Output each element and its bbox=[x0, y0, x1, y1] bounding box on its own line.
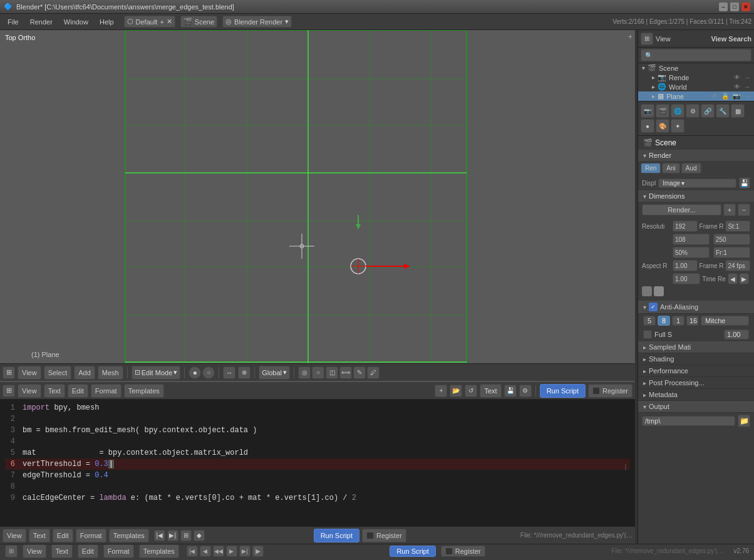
prop-scene-btn[interactable]: 🎬 bbox=[656, 104, 669, 118]
output-folder-btn[interactable]: 📁 bbox=[738, 415, 750, 427]
prop-modifiers-btn[interactable]: 🔧 bbox=[716, 104, 730, 118]
aa-s4[interactable]: 16 bbox=[686, 316, 699, 326]
shading-section-header[interactable]: ▸ Shading bbox=[638, 353, 754, 365]
frame-step-fwd-btn[interactable]: ▶| bbox=[239, 546, 250, 557]
outliner-editor-type[interactable]: ⊞ bbox=[641, 33, 653, 45]
metadata-section-header[interactable]: ▸ Metadata bbox=[638, 389, 754, 401]
percent-input[interactable]: 50% bbox=[673, 247, 710, 258]
pivot-selector[interactable]: Global ▾ bbox=[259, 366, 290, 380]
script-bottom-format-btn[interactable]: Format bbox=[76, 529, 106, 542]
color-b[interactable] bbox=[654, 286, 664, 296]
prop-texture-btn[interactable]: 🎨 bbox=[656, 119, 669, 133]
status-editor-type[interactable]: ⊞ bbox=[5, 545, 18, 557]
viewport[interactable]: Top Ortho + bbox=[0, 30, 635, 363]
register-checkbox[interactable] bbox=[592, 387, 600, 395]
script-bottom-edit-btn[interactable]: Edit bbox=[53, 529, 73, 542]
script-bottom-text-btn[interactable]: Text bbox=[29, 529, 50, 542]
status-register-btn[interactable]: Register bbox=[441, 546, 485, 557]
dimensions-section-header[interactable]: ▾ Dimensions bbox=[638, 190, 754, 202]
frame-fr-input[interactable]: Fr:1 bbox=[713, 247, 750, 258]
script-edit-btn[interactable]: Edit bbox=[68, 384, 88, 398]
aa-s1[interactable]: 5 bbox=[643, 316, 656, 326]
manipulator-btn[interactable]: ↔ bbox=[223, 366, 235, 379]
register-btn[interactable]: Register bbox=[588, 384, 633, 398]
view-menu-btn[interactable]: View bbox=[18, 366, 41, 380]
frame-end-input[interactable]: 250 bbox=[713, 234, 750, 245]
time-next-btn[interactable]: ▶ bbox=[739, 273, 749, 284]
menu-file[interactable]: File bbox=[3, 17, 24, 27]
outliner-search-btn[interactable]: View Search bbox=[711, 35, 751, 43]
status-register-cb[interactable] bbox=[445, 547, 453, 555]
run-script-btn-bottom[interactable]: Run Script bbox=[314, 529, 359, 542]
status-format-btn[interactable]: Format bbox=[103, 544, 134, 558]
script-content[interactable]: 1 import bpy, bmesh 2 3 bm = bmesh.from_… bbox=[0, 400, 635, 526]
outliner-item-world[interactable]: ▸ 🌐 World 👁 → bbox=[638, 82, 754, 91]
script-templates-btn[interactable]: Templates bbox=[124, 384, 164, 398]
script-line-start-btn[interactable]: |◀ bbox=[154, 530, 165, 541]
frame-r-input[interactable]: St:1 bbox=[725, 220, 750, 232]
menu-help[interactable]: Help bbox=[95, 17, 119, 27]
frame-prev-btn[interactable]: |◀ bbox=[187, 546, 198, 557]
editor-type-btn[interactable]: ⊞ bbox=[3, 366, 15, 379]
select-menu-btn[interactable]: Select bbox=[44, 366, 72, 380]
mirror-btn[interactable]: ⟺ bbox=[339, 366, 352, 379]
close-button[interactable]: ✕ bbox=[741, 3, 750, 11]
aa-checkbox[interactable]: ✓ bbox=[649, 303, 658, 311]
sampled-motion-blur-header[interactable]: ▸ Sampled Mati bbox=[638, 341, 754, 353]
render-button[interactable]: Render... bbox=[642, 204, 721, 215]
register-btn-bottom[interactable]: Register bbox=[362, 529, 406, 542]
resolution-x-input[interactable]: 192 bbox=[673, 220, 698, 232]
register-checkbox-bottom[interactable] bbox=[366, 532, 374, 539]
expand-icon[interactable]: + bbox=[628, 33, 633, 41]
outliner-item-plane[interactable]: ▸ ▦ Plane 👁 🔒 📷 → bbox=[638, 91, 754, 101]
anti-aliasing-section-header[interactable]: ▾ ✓ Anti-Aliasing bbox=[638, 301, 754, 314]
status-text-btn[interactable]: Text bbox=[51, 544, 73, 558]
script-bottom-templates-btn[interactable]: Templates bbox=[109, 529, 149, 542]
gpencil-btn[interactable]: 🖊 bbox=[367, 366, 380, 379]
image-selector[interactable]: Image ▾ bbox=[658, 179, 736, 188]
scene-selector[interactable]: 🎬 Scene bbox=[180, 16, 217, 28]
prop-particles-btn[interactable]: ✦ bbox=[671, 119, 684, 133]
script-keyframe-btn[interactable]: ◆ bbox=[194, 530, 205, 541]
shading-wire-btn[interactable]: ○ bbox=[202, 366, 215, 379]
subtab-sound[interactable]: Aud bbox=[681, 163, 701, 174]
output-path-input[interactable]: /tmp\ bbox=[642, 416, 735, 426]
play-btn[interactable]: ▶ bbox=[226, 546, 237, 557]
script-format-btn[interactable]: Format bbox=[91, 384, 121, 398]
full-s-checkbox[interactable] bbox=[643, 330, 652, 339]
sculpt-btn[interactable]: ✎ bbox=[353, 366, 366, 379]
output-section-header[interactable]: ▾ Output bbox=[638, 401, 754, 413]
render-plus-btn[interactable]: + bbox=[723, 204, 736, 216]
prop-material-btn[interactable]: ● bbox=[641, 119, 654, 133]
frame-end-btn[interactable]: |▶ bbox=[252, 546, 264, 557]
aa-engine[interactable]: Mitche bbox=[701, 316, 749, 326]
aa-s2[interactable]: 8 bbox=[658, 316, 670, 326]
aspect-x-input[interactable]: 1.00 bbox=[673, 260, 698, 271]
full-s-input[interactable]: 1.00 bbox=[724, 329, 749, 340]
script-save-btn[interactable]: 💾 bbox=[504, 385, 517, 397]
script-line-end-btn[interactable]: ▶| bbox=[167, 530, 178, 541]
script-new-btn[interactable]: + bbox=[435, 385, 447, 397]
prop-object-btn[interactable]: ⚙ bbox=[686, 104, 700, 118]
prop-render-btn[interactable]: 📷 bbox=[641, 104, 654, 118]
script-filename[interactable]: Text bbox=[480, 384, 501, 398]
subtab-anim[interactable]: Ani bbox=[662, 163, 679, 174]
resolution-y-input[interactable]: 108 bbox=[673, 234, 710, 245]
maximize-button[interactable]: □ bbox=[730, 3, 739, 11]
prop-edit-btn[interactable]: ◎ bbox=[298, 366, 311, 379]
outliner-item-rende[interactable]: ▸ 📷 Rende 👁 → bbox=[638, 73, 754, 82]
script-reload-btn[interactable]: ↺ bbox=[465, 385, 477, 397]
performance-section-header[interactable]: ▸ Performance bbox=[638, 365, 754, 377]
post-processing-section-header[interactable]: ▸ Post Processing... bbox=[638, 377, 754, 389]
menu-window[interactable]: Window bbox=[59, 17, 93, 27]
script-frame-btn[interactable]: ⊞ bbox=[180, 530, 192, 541]
script-props-btn[interactable]: ⚙ bbox=[519, 385, 532, 397]
engine-selector[interactable]: ◎ Blender Render ▾ bbox=[222, 16, 292, 28]
aa-s3[interactable]: 1 bbox=[672, 316, 684, 326]
prop-world-btn[interactable]: 🌐 bbox=[671, 104, 684, 118]
subtab-render[interactable]: Ren bbox=[641, 163, 661, 174]
status-edit-btn[interactable]: Edit bbox=[78, 544, 98, 558]
menu-render[interactable]: Render bbox=[25, 17, 58, 27]
aspect-y-input[interactable]: 1.00 bbox=[673, 273, 700, 284]
snap-btn[interactable]: ⊕ bbox=[238, 366, 250, 379]
